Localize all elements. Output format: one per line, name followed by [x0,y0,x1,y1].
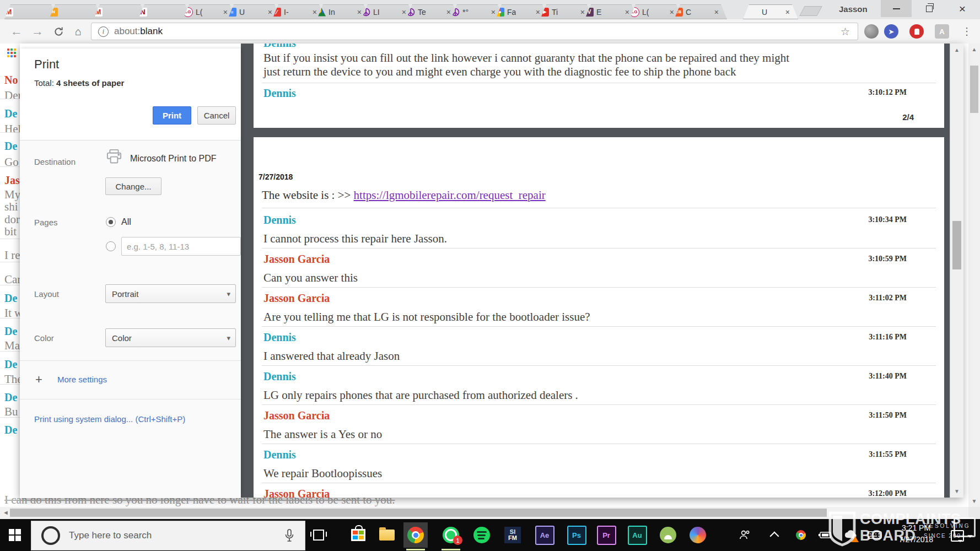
scroll-thumb[interactable] [970,66,978,113]
tab-In[interactable]: In× [317,4,370,19]
tab-label: E [596,8,601,17]
change-destination-button[interactable]: Change... [105,177,161,195]
tab-Fa[interactable]: ●Fa× [496,4,548,19]
pages-all-radio[interactable] [106,217,116,227]
tab-close-icon[interactable]: × [446,8,451,16]
layout-select[interactable]: Portrait▾ [105,284,236,303]
tab-I-[interactable]: ⁄I-× [272,4,325,19]
tab-close-icon[interactable]: × [536,8,540,16]
tab-Te[interactable]: Te× [406,4,459,19]
tab-gmail[interactable]: M [4,4,57,19]
gmail-favicon-icon: M [4,8,13,17]
system-dialog-link[interactable]: Print using system dialog... (Ctrl+Shift… [34,414,185,424]
tab-close-icon[interactable]: × [223,8,228,16]
start-button[interactable] [9,529,21,541]
task-view-icon[interactable] [306,522,331,548]
page-info-icon[interactable]: i [98,26,109,37]
tab-close-icon[interactable]: × [625,8,629,16]
taskbar-photoshop-icon[interactable]: Ps [564,522,589,548]
taskbar-microsoft-store-icon[interactable] [346,522,370,548]
cancel-button[interactable]: Cancel [197,106,236,125]
separator [0,417,20,418]
tab-active[interactable]: U × [743,4,798,19]
minimize-button[interactable] [881,0,912,17]
scroll-down-icon[interactable]: ▼ [968,498,980,504]
tab-LI[interactable]: LI× [362,4,414,19]
tab-U[interactable]: ≡U× [228,4,281,19]
taskbar-after-effects-icon[interactable]: Ae [532,522,557,548]
home-icon[interactable]: ⌂ [68,19,88,44]
chat-name: Dennis [263,449,296,461]
taskbar-sifm-icon[interactable]: SIFM [500,522,525,548]
taskbar-color-swirl-icon[interactable] [686,522,710,548]
tab-close-icon[interactable]: × [670,8,674,16]
scroll-down-icon[interactable]: ▼ [950,488,963,494]
tab-Ti[interactable]: ▶Ti× [540,4,593,19]
tray-chrome-tray-icon[interactable] [793,527,809,543]
chat-timestamp: 3:11:16 PM [869,333,907,342]
apps-grid-icon[interactable] [7,48,17,58]
tab-close-icon[interactable]: × [714,8,719,16]
taskbar-file-explorer-icon[interactable] [375,522,399,548]
taskbar-android-studio-icon[interactable] [656,522,680,548]
tab-yellow-app[interactable]: N [49,4,102,19]
tab-C[interactable]: CBC× [674,4,727,19]
tab-label: L( [196,8,202,17]
omnibox[interactable]: i about:blank ☆ [91,23,858,40]
taskbar-chrome-icon[interactable] [403,522,428,548]
extension-target-icon[interactable]: ➤ [884,24,898,39]
tray-people-icon[interactable] [736,527,753,543]
forward-icon[interactable]: → [28,19,47,44]
tab-close-icon[interactable]: × [357,8,362,16]
more-settings-link[interactable]: More settings [57,375,107,384]
print-button[interactable]: Print [153,106,191,125]
chat-name: Dennis [263,214,296,226]
close-button[interactable]: × [947,0,978,17]
tab-E[interactable]: VE× [585,4,638,19]
taskbar-spotify-icon[interactable] [470,522,494,548]
taskbar-audition-icon[interactable]: Au [625,522,649,548]
preview-scrollbar[interactable]: ▲ ▼ [950,44,963,498]
tab-close-icon[interactable]: × [268,8,272,16]
chat-message: Can you answer this [263,271,358,285]
extension-stop-hand-icon[interactable] [909,24,924,39]
back-icon[interactable]: ← [7,19,26,44]
whatsapp-badge: 1 [453,536,462,545]
tab-close-icon[interactable]: × [402,8,406,16]
extension-acrobat-icon[interactable]: A [935,24,949,39]
tab-netflix[interactable]: N [138,4,191,19]
reload-icon[interactable] [49,19,68,44]
tab-close-icon[interactable]: × [313,8,317,16]
page-vertical-scrollbar[interactable]: ▲ ▼ [968,44,980,507]
extension-swirl-icon[interactable] [864,24,879,39]
tab-L([interactable]: LGL(× [183,4,236,19]
tab-label: Ti [552,8,558,17]
bookmark-star-icon[interactable]: ☆ [841,25,850,38]
scroll-up-icon[interactable]: ▲ [950,47,963,53]
microphone-icon[interactable] [283,528,296,545]
scroll-thumb[interactable] [10,509,827,517]
address-text[interactable]: about:blank [114,26,163,37]
pages-range-input[interactable] [121,237,241,256]
tab-gmail[interactable]: M [94,4,147,19]
scroll-thumb[interactable] [952,221,961,269]
color-select[interactable]: Color▾ [105,328,236,347]
tray-chevron-up-icon[interactable] [766,527,783,543]
taskbar-search[interactable]: Type here to search [31,521,305,550]
tab-L([interactable]: LGL(× [629,4,682,19]
tab-*°[interactable]: *°× [451,4,504,19]
new-tab-button[interactable] [799,6,822,16]
chat-name: Jasson Garcia [263,488,330,498]
scroll-left-icon[interactable]: ◄ [3,509,9,516]
menu-kebab-icon[interactable]: ⋮ [957,19,977,44]
tab-close-icon[interactable]: × [785,8,790,16]
pages-range-radio[interactable] [106,241,116,251]
taskbar-whatsapp-icon[interactable]: 1 [439,522,463,548]
website-link[interactable]: https://lgmobilerepair.com/request_repai… [354,188,546,202]
restore-button[interactable] [914,0,945,17]
tab-close-icon[interactable]: × [491,8,496,16]
taskbar-premiere-icon[interactable]: Pr [594,522,618,548]
scroll-up-icon[interactable]: ▲ [968,46,980,52]
profile-name[interactable]: Jasson [839,4,868,14]
tab-close-icon[interactable]: × [580,8,585,16]
